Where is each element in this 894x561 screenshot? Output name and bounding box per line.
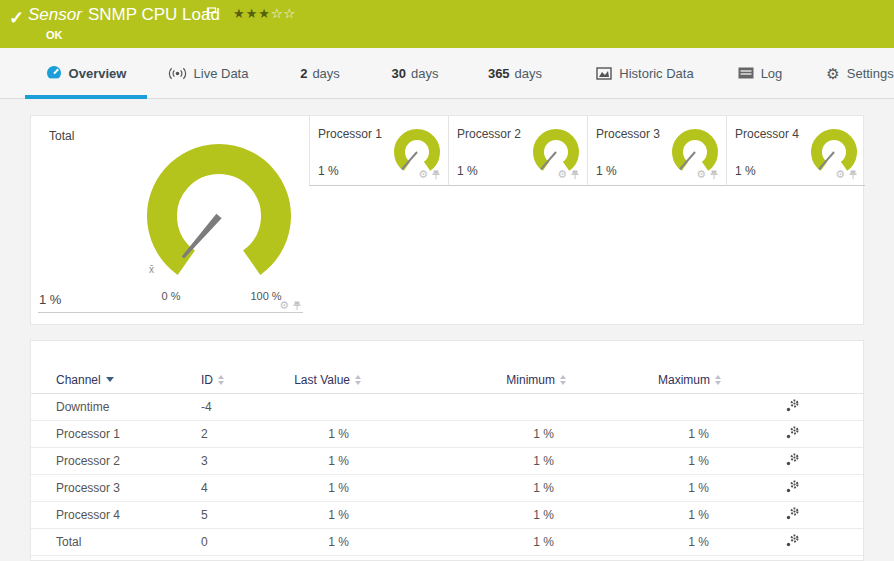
tab-number: 365 [488,66,510,81]
table-row: Downtime -4 [31,393,863,420]
channel-settings-icon[interactable] [785,425,800,440]
maximum-value: 1 % [566,447,721,474]
table-row: Processor 4 5 1 % 1 % 1 % [31,501,863,528]
channel-settings-icon[interactable] [785,398,800,413]
gauge-title: Processor 3 [596,127,660,141]
table-header-row: Channel ID Last Value Minimum Maximum [31,367,863,393]
tab-label: Log [761,66,783,81]
pin-icon[interactable] [710,170,718,180]
maximum-value: 1 % [566,474,721,501]
channel-id: -4 [201,393,286,420]
pin-icon[interactable] [293,301,301,311]
channel-name: Processor 3 [31,474,201,501]
tab-historic-data[interactable]: Historic Data [588,48,702,98]
sort-icon [355,375,361,385]
sensor-header: ✓ SensorSNMP CPU Load ★★★☆☆ OK [0,0,894,48]
gear-icon[interactable]: ⚙ [835,169,845,180]
maximum-value: 1 % [566,528,721,555]
minimum-value: 1 % [361,474,566,501]
gear-icon[interactable]: ⚙ [557,169,567,180]
tab-label: days [515,66,542,81]
column-header-channel[interactable]: Channel [31,367,201,393]
gear-icon[interactable]: ⚙ [696,169,706,180]
pin-icon[interactable] [571,170,579,180]
column-header-maximum[interactable]: Maximum [566,367,721,393]
maximum-value [566,393,721,420]
channel-id: 5 [201,501,286,528]
last-value [286,393,361,420]
tab-log[interactable]: Log [725,48,795,98]
column-header-actions [721,367,863,393]
column-header-minimum[interactable]: Minimum [361,367,566,393]
channel-settings-icon[interactable] [785,506,800,521]
minimum-value: 1 % [361,501,566,528]
minimum-value: 1 % [361,447,566,474]
last-value: 1 % [286,501,361,528]
channel-settings-icon[interactable] [785,533,800,548]
channel-id: 0 [201,528,286,555]
channel-settings-icon[interactable] [785,479,800,494]
tab-settings[interactable]: ⚙ Settings [815,48,894,98]
gauge-cell-total: Total x̄ 0 % 100 % 1 % ⚙ [31,116,309,320]
gauge-actions: ⚙ [557,169,579,180]
sensor-name: SNMP CPU Load [88,5,220,24]
total-gauge [134,131,304,301]
channel-table: Channel ID Last Value Minimum Maximum Do… [31,367,863,556]
tab-2-days[interactable]: 2 days [285,48,355,98]
gauge-title: Processor 1 [318,127,382,141]
tab-bar: Overview Live Data 2 days 30 days 365 da… [0,48,894,99]
column-header-id[interactable]: ID [201,367,286,393]
gauge-value: 1 % [735,164,756,178]
gauge-value: 1 % [318,164,339,178]
tab-number: 2 [300,66,307,81]
log-icon [738,67,754,79]
maximum-value: 1 % [566,501,721,528]
tab-label: Live Data [194,66,249,81]
tab-live-data[interactable]: Live Data [158,48,258,98]
tab-label: Settings [847,66,894,81]
last-value: 1 % [286,447,361,474]
tab-overview[interactable]: Overview [25,48,147,98]
gear-icon: ⚙ [826,66,839,81]
channel-name: Downtime [31,393,201,420]
flag-icon[interactable] [206,6,217,24]
sort-icon [218,375,224,385]
tab-number: 30 [392,66,406,81]
page-title: SensorSNMP CPU Load [28,5,220,25]
gauges-panel: Total x̄ 0 % 100 % 1 % ⚙ Processo [30,115,864,325]
minimum-value [361,393,566,420]
sort-icon [560,375,566,385]
channel-name: Processor 4 [31,501,201,528]
minimum-value: 1 % [361,420,566,447]
live-icon [168,67,187,80]
priority-rating[interactable]: ★★★☆☆ [233,6,296,21]
stars-empty-icon[interactable]: ☆☆ [271,6,296,21]
pin-icon[interactable] [849,170,857,180]
channel-name: Total [31,528,201,555]
stars-filled-icon[interactable]: ★★★ [233,6,271,21]
tab-label: Overview [69,66,127,81]
tab-label: days [312,66,339,81]
gauge-title: Processor 4 [735,127,799,141]
check-icon: ✓ [9,7,24,29]
gauge-title: Processor 2 [457,127,521,141]
channel-settings-icon[interactable] [785,452,800,467]
tab-30-days[interactable]: 30 days [378,48,452,98]
maximum-value: 1 % [566,420,721,447]
divider [38,312,303,313]
tab-label: Historic Data [619,66,693,81]
column-header-last-value[interactable]: Last Value [286,367,361,393]
gauge-actions: ⚙ [418,169,440,180]
tab-365-days[interactable]: 365 days [473,48,557,98]
title-prefix: Sensor [28,5,82,24]
gear-icon[interactable]: ⚙ [279,300,289,311]
gauge-value: 1 % [457,164,478,178]
pin-icon[interactable] [432,170,440,180]
gauge-actions: ⚙ [696,169,718,180]
gauge-cell-processor-3: Processor 3 1 % ⚙ [587,116,726,186]
gauge-cell-processor-2: Processor 2 1 % ⚙ [448,116,587,186]
gear-icon[interactable]: ⚙ [418,169,428,180]
gauge-title: Total [49,129,74,143]
channel-name: Processor 1 [31,420,201,447]
gauge-value: 1 % [39,292,61,307]
